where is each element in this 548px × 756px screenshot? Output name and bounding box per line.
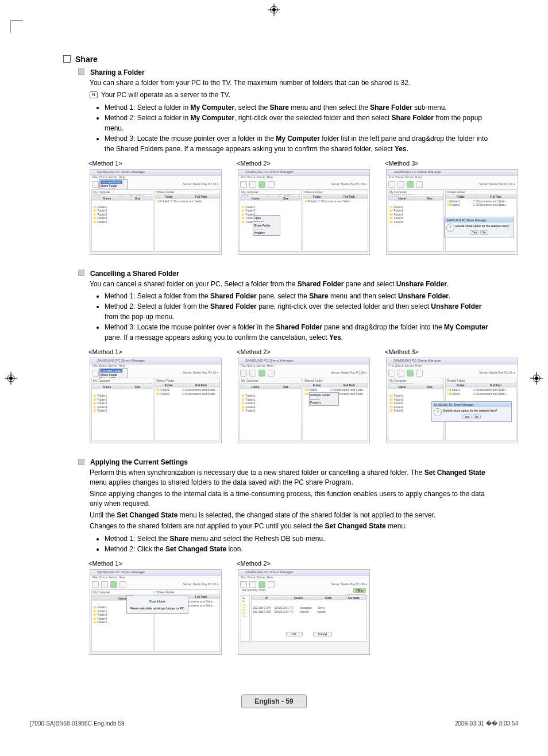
subhead-label: Cancelling a Shared Folder (90, 270, 179, 278)
rows: 📁Folder1 C:\\Documents and Settin... 📁Fo… (446, 199, 516, 208)
section-title: Share (75, 55, 98, 64)
screenshot: SAMSUNG PC Share Manager File Share Serv… (386, 358, 518, 443)
screenshot-row: <Method 1> SAMSUNG PC Share Manager File… (90, 348, 496, 443)
screenshot-row: <Method 1> SAMSUNG PC Share Manager File… (90, 160, 496, 255)
square-icon (63, 55, 71, 63)
caption: <Method 3> (385, 160, 518, 167)
body-text: You can cancel a shared folder on your P… (90, 279, 496, 289)
meta-left: [7000-SA]BN68-01988C-Eng.indb 59 (30, 720, 125, 727)
row: 📁Folder1 C:\Documents and Settin... (155, 199, 219, 204)
body-text: Perform this when synchronization is nec… (90, 468, 496, 488)
page-number: English - 59 (241, 694, 306, 708)
list-item: Method 1: Select a folder in My Computer… (105, 102, 496, 113)
context-menu: Unshare Folder ---------- Property (309, 392, 339, 406)
screenshot: SAMSUNG PC Share Manager File Share Serv… (90, 169, 222, 255)
page-footer: English - 59 (0, 694, 548, 708)
caption: <Method 2> (237, 348, 370, 355)
dialog: SAMSUNG PC Share Manager ? Enable share … (444, 217, 514, 237)
caption: <Method 1> (88, 160, 222, 167)
context-menu: Open ---------- Share Folder ---------- … (253, 215, 280, 236)
server-label: Server: Media Play PC-Sh ▾ (183, 182, 219, 186)
body-text: Since applying changes to the internal d… (90, 489, 496, 509)
screenshot: SAMSUNG PC Share Manager File Share Serv… (238, 358, 370, 443)
section-share: Share (63, 55, 496, 64)
body-text: You can share a folder from your PC to t… (90, 78, 496, 88)
caption: <Method 3> (385, 348, 518, 355)
square-icon (78, 459, 84, 465)
ok-button: OK (286, 632, 303, 636)
app-title: SAMSUNG PC Share Manager (97, 170, 145, 174)
cancel-button: Cancel (313, 632, 333, 636)
note-text: Your PC will operate as a server to the … (101, 91, 230, 99)
doc-metadata: [7000-SA]BN68-01988C-Eng.indb 59 2009-03… (30, 720, 518, 727)
square-icon (78, 270, 84, 276)
methods-list: Method 1: Select the Share menu and sele… (105, 534, 496, 554)
body-text: Changes to the shared folders are not ap… (90, 521, 496, 531)
list-item: Method 1: Select the Share menu and sele… (105, 534, 496, 544)
progress-dialog: Scan folders Please wait while updating … (126, 596, 188, 614)
note-line: NYour PC will operate as a server to the… (90, 90, 496, 100)
list-item: Method 3: Locate the mouse pointer over … (105, 322, 496, 343)
screenshot: SAMSUNG PC Share Manager File Share Serv… (238, 169, 370, 255)
list-item: Method 3: Locate the mouse pointer over … (105, 133, 496, 154)
list-item: Method 2: Click the Set Changed State ic… (105, 544, 496, 554)
subhead-sharing: Sharing a Folder (78, 68, 496, 76)
methods-list: Method 1: Select a folder in My Computer… (105, 102, 496, 154)
screenshot: SAMSUNG PC Share Manager File Share Serv… (238, 569, 370, 655)
caption: <Method 2> (237, 560, 370, 567)
caption: <Method 1> (88, 560, 222, 567)
subhead-apply: Applying the Current Settings (78, 458, 496, 466)
screenshot: SAMSUNG PC Share Manager File Share Serv… (90, 358, 222, 443)
subhead-label: Sharing a Folder (90, 68, 145, 76)
list-item: Method 2: Select a folder in My Computer… (105, 113, 496, 133)
caption: <Method 1> (88, 348, 222, 355)
body-text: Until the Set Changed State menu is sele… (90, 511, 496, 520)
screenshot: SAMSUNG PC Share Manager File Share Serv… (90, 569, 222, 655)
methods-list: Method 1: Select a folder from the Share… (105, 291, 496, 343)
yes-button: Yes (470, 230, 479, 235)
subhead-label: Applying the Current Settings (90, 458, 188, 466)
meta-right: 2009-03-31 �� 8:03:54 (455, 720, 518, 727)
caption: <Method 2> (237, 160, 370, 167)
square-icon (78, 68, 84, 75)
list-item: Method 1: Select a folder from the Share… (105, 291, 496, 301)
list-item: Method 2: Select a folder from the Share… (105, 301, 496, 322)
screenshot: SAMSUNG PC Share Manager File Share Serv… (386, 169, 518, 255)
screenshot-row: <Method 1> SAMSUNG PC Share Manager File… (90, 560, 496, 655)
dialog: SAMSUNG PC Share Manager ? Disable share… (431, 401, 512, 422)
no-button: No (480, 230, 488, 235)
subhead-cancel: Cancelling a Shared Folder (78, 270, 496, 278)
note-icon: N (90, 91, 98, 98)
tree: 📁 Folder1 📁 Folder2 📁 Folder3 📁 Folder4 … (92, 205, 153, 225)
